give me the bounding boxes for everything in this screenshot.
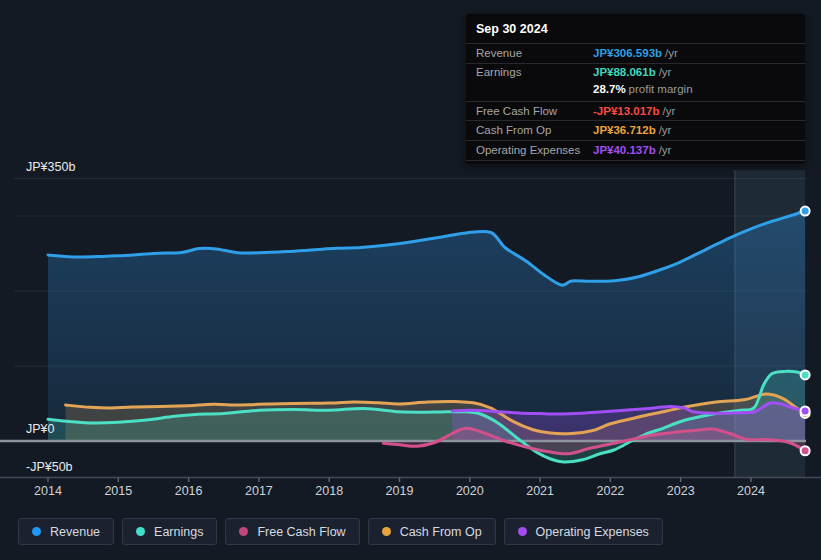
legend-item-cash-from-op[interactable]: Cash From Op [368,518,496,545]
tooltip-suffix-free-cash-flow: /yr [663,105,676,118]
tooltip-label-free-cash-flow: Free Cash Flow [476,105,593,118]
x-tick-label-2024: 2024 [737,484,765,498]
y-axis-label-350: JP¥350b [26,160,75,174]
x-tick-label-2023: 2023 [667,484,695,498]
tooltip-label-cash-from-op: Cash From Op [476,124,593,137]
tooltip-suffix-earnings: /yr [659,66,672,79]
x-tick-label-2020: 2020 [456,484,484,498]
tooltip-row-profit-margin: 28.7%profit margin [466,82,805,101]
tooltip-suffix-revenue: /yr [665,47,678,60]
legend-item-revenue[interactable]: Revenue [18,518,114,545]
tooltip-profit-margin-value: 28.7% [593,83,626,96]
tooltip-row-operating-expenses: Operating ExpensesJP¥40.137b/yr [466,140,805,160]
tooltip-suffix-operating-expenses: /yr [659,144,672,157]
legend-label-cash-from-op: Cash From Op [400,525,482,539]
tooltip-profit-margin-text: profit margin [629,83,693,96]
free-cash-flow-end-marker[interactable] [801,446,810,455]
x-tick-label-2018: 2018 [315,484,343,498]
chart-tooltip: Sep 30 2024 RevenueJP¥306.593b/yrEarning… [466,14,805,164]
operating-expenses-legend-dot-icon [518,527,527,536]
free-cash-flow-legend-dot-icon [239,527,248,536]
x-tick-label-2021: 2021 [526,484,554,498]
tooltip-value-free-cash-flow: -JP¥13.017b [593,105,660,118]
y-axis-label-0: JP¥0 [26,422,55,436]
tooltip-value-earnings: JP¥88.061b [593,66,656,79]
legend-label-free-cash-flow: Free Cash Flow [257,525,345,539]
revenue-end-marker[interactable] [801,207,810,216]
operating-expenses-end-marker[interactable] [801,406,810,415]
y-axis-label--50: -JP¥50b [26,460,73,474]
revenue-legend-dot-icon [32,527,41,536]
legend-item-earnings[interactable]: Earnings [122,518,217,545]
x-tick-label-2015: 2015 [104,484,132,498]
legend-label-revenue: Revenue [50,525,100,539]
financial-history-chart[interactable]: 2014201520162017201820192020202120222023… [0,0,821,560]
x-tick-label-2022: 2022 [596,484,624,498]
tooltip-label-revenue: Revenue [476,47,593,60]
tooltip-row-free-cash-flow: Free Cash Flow-JP¥13.017b/yr [466,101,805,121]
cash-from-op-legend-dot-icon [382,527,391,536]
legend-item-operating-expenses[interactable]: Operating Expenses [504,518,663,545]
tooltip-row-cash-from-op: Cash From OpJP¥36.712b/yr [466,120,805,140]
tooltip-value-operating-expenses: JP¥40.137b [593,144,656,157]
legend-label-operating-expenses: Operating Expenses [536,525,649,539]
tooltip-row-revenue: RevenueJP¥306.593b/yr [466,43,805,63]
x-tick-label-2016: 2016 [175,484,203,498]
tooltip-date: Sep 30 2024 [466,14,805,43]
tooltip-suffix-cash-from-op: /yr [659,124,672,137]
legend-label-earnings: Earnings [154,525,203,539]
tooltip-value-revenue: JP¥306.593b [593,47,662,60]
tooltip-row-earnings: EarningsJP¥88.061b/yr [466,63,805,83]
earnings-end-marker[interactable] [801,370,810,379]
x-tick-label-2017: 2017 [245,484,273,498]
tooltip-value-cash-from-op: JP¥36.712b [593,124,656,137]
tooltip-label-earnings: Earnings [476,66,593,79]
x-tick-label-2019: 2019 [386,484,414,498]
tooltip-label-operating-expenses: Operating Expenses [476,144,593,157]
legend-item-free-cash-flow[interactable]: Free Cash Flow [225,518,359,545]
chart-legend: RevenueEarningsFree Cash FlowCash From O… [18,518,663,545]
earnings-legend-dot-icon [136,527,145,536]
x-tick-label-2014: 2014 [34,484,62,498]
tooltip-footer-divider [466,160,805,164]
